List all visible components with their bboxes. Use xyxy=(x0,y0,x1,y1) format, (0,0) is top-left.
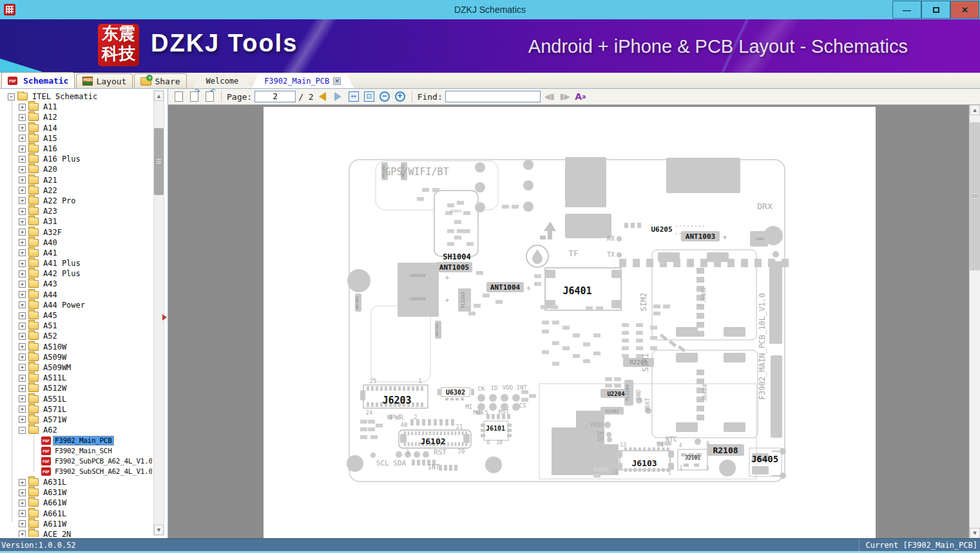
expand-box-icon[interactable]: + xyxy=(19,270,26,277)
expand-box-icon[interactable]: + xyxy=(19,114,26,121)
tree-item-a15[interactable]: +A15 xyxy=(0,133,152,144)
collapse-box-icon[interactable]: − xyxy=(19,427,26,434)
pdf-page[interactable]: GPS/WIFI/BTSH1004ANT1005ANT1004++++J6401… xyxy=(264,107,876,538)
tree-item-a661l[interactable]: +A661L xyxy=(0,509,152,519)
tab-layout[interactable]: PADS Layout xyxy=(76,73,133,88)
tree-item-a509w[interactable]: +A509W xyxy=(0,352,152,362)
expand-box-icon[interactable]: + xyxy=(19,124,26,131)
viewer-scroll-up-icon[interactable]: ▲ xyxy=(970,105,980,115)
find-next-icon[interactable]: ▮▶ xyxy=(559,91,572,103)
expand-box-icon[interactable]: + xyxy=(19,395,26,402)
tree-item-a512w[interactable]: +A512W xyxy=(0,383,152,393)
close-button[interactable]: ✕ xyxy=(950,1,979,19)
tree-item-a41[interactable]: +A41 xyxy=(0,248,152,258)
rotate-left-icon[interactable] xyxy=(203,91,216,103)
tree-item-a611w[interactable]: +A611W xyxy=(0,519,152,529)
expand-box-icon[interactable]: + xyxy=(19,156,26,163)
expand-box-icon[interactable]: + xyxy=(19,385,26,392)
tree-item-a43[interactable]: +A43 xyxy=(0,279,152,289)
fit-page-icon[interactable]: ⊡ xyxy=(363,91,376,103)
zoom-in-icon[interactable]: + xyxy=(394,91,407,103)
tree-item-a11[interactable]: +A11 xyxy=(0,102,152,112)
expand-box-icon[interactable]: + xyxy=(19,520,26,527)
tree-item-a51[interactable]: +A51 xyxy=(0,321,152,331)
tree-item-a551l[interactable]: +A551L xyxy=(0,393,152,404)
tree-item-a31[interactable]: +A31 xyxy=(0,216,152,227)
tree-item-a40[interactable]: +A40 xyxy=(0,238,152,248)
tree-item-a16-plus[interactable]: +A16 Plus xyxy=(0,154,152,164)
tree-item-a42-plus[interactable]: +A42 Plus xyxy=(0,268,152,279)
tree-item-a12[interactable]: +A12 xyxy=(0,112,152,122)
tree-scrollbar[interactable]: ▲ ▼ xyxy=(153,90,164,536)
new-page-icon[interactable] xyxy=(172,91,185,103)
tree-item-a510w[interactable]: +A510W xyxy=(0,342,152,352)
expand-box-icon[interactable]: + xyxy=(19,333,26,340)
tree-item-a511l[interactable]: +A511L xyxy=(0,373,152,383)
minimize-button[interactable]: — xyxy=(892,1,921,19)
collapse-box-icon[interactable]: − xyxy=(8,93,15,100)
expand-box-icon[interactable]: + xyxy=(19,323,26,330)
expand-box-icon[interactable]: + xyxy=(19,145,26,153)
expand-box-icon[interactable]: + xyxy=(19,353,26,361)
tree-scroll-thumb[interactable] xyxy=(154,128,164,195)
pdf-viewport[interactable]: GPS/WIFI/BTSH1004ANT1005ANT1004++++J6401… xyxy=(168,105,980,538)
tree-item-a44-power[interactable]: +A44 Power xyxy=(0,300,152,310)
tree-item-a16[interactable]: +A16 xyxy=(0,144,152,154)
expand-box-icon[interactable]: + xyxy=(19,218,26,225)
tree-item-itel-schematic[interactable]: −ITEL Schematic xyxy=(0,91,152,102)
expand-box-icon[interactable]: + xyxy=(19,530,26,537)
expand-box-icon[interactable]: + xyxy=(19,176,26,183)
tab-share[interactable]: + Share xyxy=(134,73,186,88)
expand-box-icon[interactable]: + xyxy=(19,260,26,267)
expand-box-icon[interactable]: + xyxy=(19,343,26,350)
tree-item-a22[interactable]: +A22 xyxy=(0,185,152,196)
tree-item-f3902-main-pcb[interactable]: PDFF3902_Main_PCB xyxy=(0,435,152,445)
viewer-scroll-down-icon[interactable]: ▼ xyxy=(970,528,980,538)
expand-box-icon[interactable]: + xyxy=(19,301,26,308)
tree-item-a22-pro[interactable]: +A22 Pro xyxy=(0,196,152,206)
expand-box-icon[interactable]: + xyxy=(19,510,26,517)
expand-box-icon[interactable]: + xyxy=(19,312,26,319)
expand-box-icon[interactable]: + xyxy=(19,479,26,486)
tree-item-f3902-subpcb-a62-4l-v1-0[interactable]: PDFF3902_SubPCB_A62_4L_V1.0 xyxy=(0,456,152,467)
expand-box-icon[interactable]: + xyxy=(19,197,26,204)
expand-box-icon[interactable]: + xyxy=(19,187,26,194)
viewer-scrollbar[interactable]: ▲ ▼ xyxy=(969,105,980,538)
tree-item-a32f[interactable]: +A32F xyxy=(0,227,152,237)
tree-item-a14[interactable]: +A14 xyxy=(0,123,152,133)
tree-item-f3902-subsch-a62-4l-v1-0[interactable]: PDFF3902_SubSCH_A62_4L_V1.0 xyxy=(0,467,152,477)
expand-box-icon[interactable]: + xyxy=(19,364,26,371)
expand-box-icon[interactable]: + xyxy=(19,489,26,496)
tree-item-a631l[interactable]: +A631L xyxy=(0,477,152,487)
tree-item-a20[interactable]: +A20 xyxy=(0,164,152,174)
find-previous-icon[interactable]: ◀▮ xyxy=(543,91,556,103)
doctab-close-icon[interactable]: ✕ xyxy=(333,77,341,85)
expand-box-icon[interactable]: + xyxy=(19,375,26,382)
tab-schematic[interactable]: PDF Schematic xyxy=(1,72,75,88)
expand-box-icon[interactable]: + xyxy=(19,239,26,246)
tree-item-a571w[interactable]: +A571W xyxy=(0,415,152,425)
expand-box-icon[interactable]: + xyxy=(19,281,26,288)
doctab-f3902-main-pcb[interactable]: F3902_Main_PCB ✕ xyxy=(251,74,354,88)
expand-box-icon[interactable]: + xyxy=(19,500,26,507)
tree-item-a23[interactable]: +A23 xyxy=(0,206,152,216)
expand-box-icon[interactable]: + xyxy=(19,416,26,423)
expand-box-icon[interactable]: + xyxy=(19,166,26,173)
tree-item-a509wm[interactable]: +A509WM xyxy=(0,362,152,373)
previous-page-icon[interactable] xyxy=(316,91,329,103)
tree-item-a41-plus[interactable]: +A41 Plus xyxy=(0,258,152,268)
tree-item-a44[interactable]: +A44 xyxy=(0,290,152,300)
zoom-out-icon[interactable]: − xyxy=(378,91,391,103)
expand-box-icon[interactable]: + xyxy=(19,249,26,256)
tree-item-a45[interactable]: +A45 xyxy=(0,310,152,321)
viewer-scroll-thumb[interactable] xyxy=(970,122,980,270)
tree-item-a21[interactable]: +A21 xyxy=(0,175,152,185)
expand-box-icon[interactable]: + xyxy=(19,406,26,413)
tree-item-a571l[interactable]: +A571L xyxy=(0,404,152,415)
tree-item-a631w[interactable]: +A631W xyxy=(0,487,152,498)
page-number-input[interactable] xyxy=(255,91,296,102)
find-input[interactable] xyxy=(445,91,541,102)
doctab-welcome[interactable]: Welcome xyxy=(193,74,252,88)
font-settings-icon[interactable]: Aa xyxy=(574,91,587,103)
panel-collapse-arrow-icon[interactable] xyxy=(162,314,167,321)
